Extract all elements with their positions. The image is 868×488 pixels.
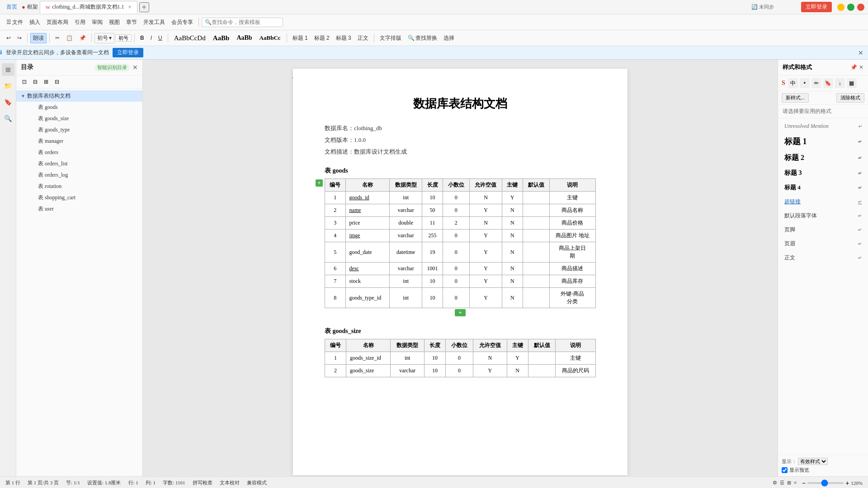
toc-collapse-btn[interactable]: ⊟	[31, 77, 40, 86]
search-input[interactable]	[212, 19, 275, 25]
bold-btn[interactable]: B	[137, 33, 147, 42]
style-unresolved-mention[interactable]: Unresolved Mention ↵	[781, 120, 865, 132]
search-box[interactable]: 🔍	[202, 18, 283, 27]
apply-icon[interactable]: ↵	[858, 227, 862, 232]
section-menu[interactable]: 章节	[123, 17, 140, 28]
undo-btn[interactable]: ↩	[4, 33, 14, 42]
rp-pin-btn[interactable]: 📌	[850, 64, 857, 70]
show-preview-checkbox[interactable]	[782, 467, 788, 473]
style-page-footer[interactable]: 页脚 ↵	[781, 223, 865, 236]
rp-close-btn[interactable]: ✕	[859, 64, 863, 70]
apply-icon[interactable]: ↵	[858, 171, 862, 176]
minimize-button[interactable]	[837, 4, 844, 11]
toc-item-shopping-cart[interactable]: 表 shopping_cart	[29, 192, 142, 203]
toc-item-orders-log[interactable]: 表 orders_log	[29, 169, 142, 181]
font-template-btn[interactable]: 文字排版	[377, 33, 404, 43]
toc-settings-btn[interactable]: ⊟	[52, 77, 61, 86]
redo-btn[interactable]: ↪	[14, 33, 24, 42]
table1-add-col-btn[interactable]: +	[455, 309, 465, 316]
status-icon1[interactable]: ⚙	[773, 480, 777, 486]
font-size-input[interactable]	[115, 34, 132, 42]
toc-item-root[interactable]: ▼ 数据库表结构文档	[16, 90, 142, 102]
find-replace-btn[interactable]: 🔍 查找替换	[405, 33, 440, 43]
status-text-check[interactable]: 文本校对	[220, 479, 240, 486]
status-spell-check[interactable]: 拼写检查	[193, 479, 212, 486]
apply-icon[interactable]: ↵	[858, 139, 862, 144]
toc-expand-btn[interactable]: ⊡	[20, 77, 29, 86]
show-preview-label[interactable]: 显示预览	[782, 467, 864, 474]
apply-icon[interactable]: ↵	[858, 124, 862, 129]
tab-close-btn[interactable]: ✕	[128, 5, 132, 9]
rp-icon-download[interactable]: ↓	[835, 78, 845, 88]
close-button[interactable]	[857, 4, 864, 11]
normal-style-btn[interactable]: 正文	[355, 33, 371, 43]
new-style-btn[interactable]: 新样式...	[782, 93, 809, 103]
style-heading2[interactable]: 标题 2 ↵	[781, 150, 865, 165]
zoom-slider[interactable]	[807, 482, 844, 484]
zoom-out-btn[interactable]: −	[802, 479, 806, 487]
member-menu[interactable]: 会员专享	[169, 17, 196, 28]
ref-menu[interactable]: 引用	[72, 17, 88, 28]
dev-menu[interactable]: 开发工具	[141, 17, 168, 28]
apply-icon[interactable]: ↵	[858, 199, 862, 204]
zoom-in-btn[interactable]: +	[845, 479, 849, 487]
notif-close-btn[interactable]: ✕	[858, 49, 863, 56]
share-btn[interactable]	[790, 6, 796, 9]
apply-icon[interactable]: ↵	[858, 185, 862, 190]
table1-add-row-btn[interactable]: +	[316, 179, 323, 187]
cut-btn[interactable]: ✂	[52, 33, 62, 42]
toc-item-orders[interactable]: 表 orders	[29, 147, 142, 158]
login-button[interactable]: 立即登录	[801, 2, 832, 12]
status-icon3[interactable]: ⊞	[787, 480, 791, 486]
add-tab-button[interactable]: +	[139, 2, 149, 12]
toc-refresh-btn[interactable]: ⊞	[42, 77, 51, 86]
paste-btn[interactable]: 📌	[76, 33, 89, 42]
nav-folder-icon[interactable]: 📁	[2, 80, 14, 92]
style-default-para[interactable]: 默认段落字体 ↵	[781, 209, 865, 222]
file-menu[interactable]: ☰ 文件	[4, 17, 26, 28]
heading2-style-btn[interactable]: 标题 2	[311, 33, 332, 43]
toc-item-user[interactable]: 表 user	[29, 203, 142, 215]
sidebar-close-btn[interactable]: ✕	[132, 64, 138, 71]
style-heading3[interactable]: 标题 3 ↵	[781, 166, 865, 180]
toc-item-rotation[interactable]: 表 rotation	[29, 181, 142, 192]
apply-icon[interactable]: ↵	[858, 241, 862, 246]
document-tab[interactable]: W clothing_d...商城数据库文档1.1 ✕	[40, 1, 137, 13]
rp-icon-dot[interactable]: •	[800, 78, 810, 88]
status-icon2[interactable]: ☰	[780, 480, 784, 486]
style-hyperlink[interactable]: 超链接 ↵	[781, 195, 865, 208]
rp-icon-cn[interactable]: 中	[788, 78, 798, 88]
review-menu[interactable]: 审阅	[89, 17, 105, 28]
rp-icon-pencil[interactable]: ✏	[811, 78, 821, 88]
status-icon4[interactable]: ≡	[794, 480, 797, 486]
apply-icon[interactable]: ↵	[858, 155, 862, 160]
apply-icon[interactable]: ↵	[858, 213, 862, 218]
select-btn[interactable]: 选择	[441, 33, 457, 43]
rp-icon-grid[interactable]: ▦	[847, 78, 857, 88]
view-menu[interactable]: 视图	[106, 17, 123, 28]
italic-btn[interactable]: I	[148, 33, 155, 42]
toc-item-manager[interactable]: 表 manager	[29, 136, 142, 147]
collab-btn[interactable]	[779, 6, 785, 9]
notif-login-btn[interactable]: 立即登录	[113, 48, 143, 57]
layout-menu[interactable]: 页面布局	[44, 17, 71, 28]
toc-item-goods[interactable]: 表 goods	[29, 102, 142, 113]
nav-bookmark-icon[interactable]: 🔖	[2, 96, 14, 108]
style-heading4[interactable]: 标题 4 ↵	[781, 181, 865, 194]
toc-item-goods-size[interactable]: 表 goods_size	[29, 113, 142, 124]
home-tab[interactable]: 首页	[4, 2, 20, 12]
insert-menu[interactable]: 插入	[27, 17, 43, 28]
copy-btn[interactable]: 📋	[63, 33, 75, 42]
style-heading1[interactable]: 标题 1 ↵	[781, 133, 865, 150]
heading3-style-btn[interactable]: 标题 3	[333, 33, 354, 43]
nav-home-icon[interactable]: ⊞	[2, 63, 14, 76]
style-display-select[interactable]: 有效样式	[798, 458, 828, 465]
apply-icon[interactable]: ↵	[858, 255, 862, 260]
toc-item-goods-type[interactable]: 表 goods_type	[29, 124, 142, 136]
underline-btn[interactable]: U	[156, 33, 165, 42]
font-selector[interactable]: 初号 ▾	[94, 33, 114, 43]
print-mode-btn[interactable]: 朗读	[30, 33, 47, 43]
maximize-button[interactable]	[847, 4, 854, 11]
clear-format-btn[interactable]: 清除格式	[836, 93, 864, 103]
rp-icon-bookmark[interactable]: 🔖	[823, 78, 833, 88]
